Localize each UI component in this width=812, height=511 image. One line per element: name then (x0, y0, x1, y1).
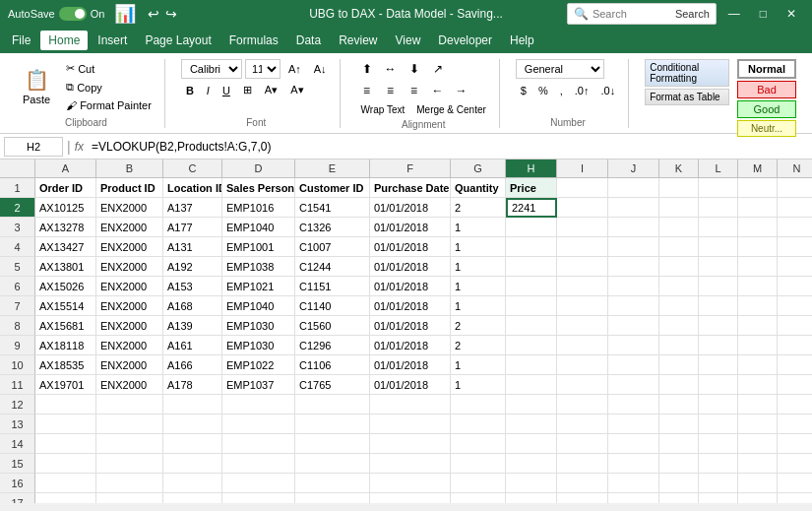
cell-n11[interactable] (778, 375, 812, 395)
cell-c11[interactable]: A178 (163, 375, 222, 395)
cell-m3[interactable] (738, 218, 778, 237)
cell-f5[interactable]: 01/01/2018 (370, 257, 451, 277)
cell-c6[interactable]: A153 (163, 277, 222, 296)
col-header-n[interactable]: N (778, 160, 812, 177)
cell-b4[interactable]: ENX2000 (96, 237, 163, 257)
cell-e9[interactable]: C1296 (295, 336, 370, 355)
wrap-text-button[interactable]: Wrap Text (356, 102, 410, 117)
paste-button[interactable]: 📋 Paste (16, 60, 57, 113)
formula-input[interactable] (88, 139, 808, 155)
minimize-button[interactable]: — (720, 3, 748, 25)
col-header-c[interactable]: C (163, 160, 222, 177)
cell-n1[interactable] (778, 178, 812, 198)
col-header-e[interactable]: E (295, 160, 370, 177)
menu-page-layout[interactable]: Page Layout (137, 31, 219, 50)
cell-d9[interactable]: EMP1030 (222, 336, 295, 355)
cell-i8[interactable] (557, 316, 608, 336)
maximize-button[interactable]: □ (752, 3, 775, 25)
cell-a5[interactable]: AX13801 (35, 257, 96, 277)
text-angle-button[interactable]: ↗ (427, 59, 449, 79)
cell-j5[interactable] (608, 257, 659, 277)
cell-m10[interactable] (738, 355, 778, 375)
cell-a10[interactable]: AX18535 (35, 355, 96, 375)
redo-button[interactable]: ↪ (163, 4, 179, 24)
cell-k1[interactable] (659, 178, 699, 198)
cell-c5[interactable]: A192 (163, 257, 222, 277)
cell-g3[interactable]: 1 (451, 218, 506, 237)
col-header-k[interactable]: K (659, 160, 699, 177)
cell-g8[interactable]: 2 (451, 316, 506, 336)
col-header-i[interactable]: I (557, 160, 608, 177)
bad-style-button[interactable]: Bad (737, 81, 796, 98)
cell-e3[interactable]: C1326 (295, 218, 370, 237)
cell-k8[interactable] (659, 316, 699, 336)
menu-developer[interactable]: Developer (430, 31, 500, 50)
cell-n6[interactable] (778, 277, 812, 296)
cell-k9[interactable] (659, 336, 699, 355)
cell-d1[interactable]: Sales Person ID (222, 178, 295, 198)
cell-h8[interactable] (506, 316, 557, 336)
cell-g10[interactable]: 1 (451, 355, 506, 375)
cell-k5[interactable] (659, 257, 699, 277)
cell-i9[interactable] (557, 336, 608, 355)
row-num-6[interactable]: 6 (0, 277, 35, 296)
cell-d11[interactable]: EMP1037 (222, 375, 295, 395)
cell-n5[interactable] (778, 257, 812, 277)
row-num-1[interactable]: 1 (0, 178, 35, 198)
cell-d3[interactable]: EMP1040 (222, 218, 295, 237)
cell-c2[interactable]: A137 (163, 198, 222, 218)
row-num-8[interactable]: 8 (0, 316, 35, 336)
cell-j6[interactable] (608, 277, 659, 296)
cell-n9[interactable] (778, 336, 812, 355)
align-middle-button[interactable]: ↔ (380, 59, 402, 79)
menu-file[interactable]: File (4, 31, 38, 50)
cell-i10[interactable] (557, 355, 608, 375)
cell-j10[interactable] (608, 355, 659, 375)
cell-l1[interactable] (699, 178, 738, 198)
cell-j4[interactable] (608, 237, 659, 257)
number-format-select[interactable]: General (516, 59, 604, 79)
row-num-11[interactable]: 11 (0, 375, 35, 395)
cell-l2[interactable] (699, 198, 738, 218)
cell-m5[interactable] (738, 257, 778, 277)
cell-i5[interactable] (557, 257, 608, 277)
menu-insert[interactable]: Insert (90, 31, 135, 50)
font-name-select[interactable]: Calibri (181, 59, 242, 79)
indent-decrease-button[interactable]: ← (427, 81, 449, 100)
cell-l7[interactable] (699, 296, 738, 316)
autosave-toggle[interactable]: AutoSave On (8, 7, 104, 21)
decrease-decimal-button[interactable]: .0↓ (595, 81, 620, 100)
close-button[interactable]: ✕ (779, 3, 804, 25)
cell-h6[interactable] (506, 277, 557, 296)
col-header-d[interactable]: D (222, 160, 295, 177)
cell-j2[interactable] (608, 198, 659, 218)
cell-l8[interactable] (699, 316, 738, 336)
font-color-button[interactable]: A▾ (285, 81, 308, 100)
cell-k10[interactable] (659, 355, 699, 375)
italic-button[interactable]: I (202, 81, 215, 100)
conditional-formatting-button[interactable]: Conditional Formatting (645, 59, 729, 87)
row-num-4[interactable]: 4 (0, 237, 35, 257)
cell-g4[interactable]: 1 (451, 237, 506, 257)
align-left-button[interactable]: ≡ (356, 81, 378, 100)
row-num-10[interactable]: 10 (0, 355, 35, 375)
cell-c10[interactable]: A166 (163, 355, 222, 375)
font-size-select[interactable]: 11 (245, 59, 281, 79)
cell-j7[interactable] (608, 296, 659, 316)
menu-home[interactable]: Home (40, 31, 88, 50)
cell-g11[interactable]: 1 (451, 375, 506, 395)
fill-color-button[interactable]: A▾ (260, 81, 282, 100)
cell-l9[interactable] (699, 336, 738, 355)
cell-f4[interactable]: 01/01/2018 (370, 237, 451, 257)
border-button[interactable]: ⊞ (238, 81, 257, 100)
cell-e8[interactable]: C1560 (295, 316, 370, 336)
cell-l6[interactable] (699, 277, 738, 296)
cell-h7[interactable] (506, 296, 557, 316)
name-box[interactable] (4, 137, 63, 157)
cell-i11[interactable] (557, 375, 608, 395)
cell-h3[interactable] (506, 218, 557, 237)
menu-review[interactable]: Review (331, 31, 385, 50)
cell-b2[interactable]: ENX2000 (96, 198, 163, 218)
cell-b9[interactable]: ENX2000 (96, 336, 163, 355)
col-header-b[interactable]: B (96, 160, 163, 177)
